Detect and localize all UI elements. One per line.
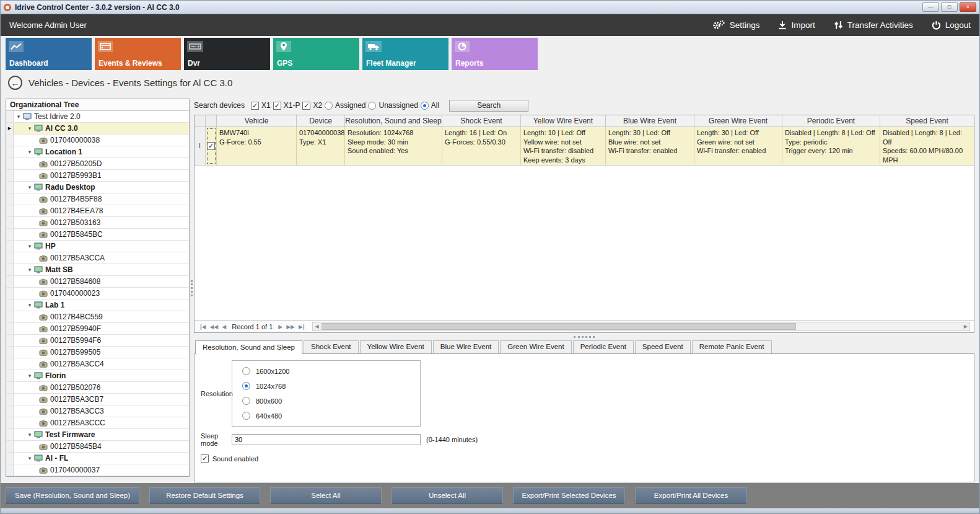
- tab-yellow-wire-event[interactable]: Yellow Wire Event: [360, 340, 432, 353]
- footer-button-save-resolution-sound-and-sleep[interactable]: Save (Resolution, Sound and Sleep): [6, 487, 139, 504]
- horizontal-splitter[interactable]: [194, 333, 974, 340]
- tab-green-wire-event[interactable]: Green Wire Event: [500, 340, 571, 353]
- footer-button-export-print-all-devices[interactable]: Export/Print All Devices: [635, 487, 747, 504]
- sound-enabled-checkbox[interactable]: ✓: [201, 454, 209, 463]
- tree-item-00127b5a3cb7[interactable]: 00127B5A3CB7: [6, 394, 189, 405]
- tree-item-radu-desktop[interactable]: ▾Radu Desktop: [6, 182, 189, 193]
- expander-icon[interactable]: ▾: [26, 267, 33, 273]
- resolution-option-1600x1200[interactable]: 1600x1200: [242, 367, 416, 375]
- tree-item-017040000037[interactable]: 017040000037: [6, 464, 189, 476]
- sleep-mode-input[interactable]: [232, 434, 421, 445]
- tree-item-00127b50205d[interactable]: 00127B50205D: [6, 158, 189, 170]
- device-type-filter-x1-p[interactable]: ✓X1-P: [273, 101, 300, 110]
- prev-page-button[interactable]: ◀◀: [208, 324, 220, 330]
- nav-tile-reports[interactable]: Reports: [452, 38, 538, 70]
- nav-tile-dvr[interactable]: Dvr: [184, 38, 270, 70]
- tab-speed-event[interactable]: Speed Event: [635, 340, 691, 353]
- scrollbar-track[interactable]: [321, 322, 962, 330]
- tree-item-00127b5a3cc4[interactable]: 00127B5A3CC4: [6, 358, 189, 370]
- scroll-left-icon[interactable]: ◀: [313, 324, 320, 329]
- nav-tile-events-reviews[interactable]: Events & Reviews: [95, 38, 181, 70]
- expander-icon[interactable]: ▾: [26, 432, 33, 438]
- tab-blue-wire-event[interactable]: Blue Wire Event: [433, 340, 499, 353]
- tree-item-matt-sb[interactable]: ▾Matt SB: [6, 264, 189, 276]
- device-type-filter-x1[interactable]: ✓X1: [251, 101, 271, 110]
- vertical-splitter[interactable]: [190, 94, 194, 483]
- tree-item-al-fl[interactable]: ▾Al - FL: [6, 453, 189, 464]
- resolution-option-1024x768[interactable]: 1024x768: [242, 382, 416, 390]
- tree-item-00127b4b5f88[interactable]: 00127B4B5F88: [6, 193, 189, 205]
- assignment-filter-all[interactable]: All: [421, 101, 439, 110]
- footer-button-select-all[interactable]: Select All: [270, 487, 382, 504]
- device-row[interactable]: I✓BMW740i G-Force: 0.55017040000038 Type…: [195, 127, 974, 166]
- nav-tile-fleet-manager[interactable]: Fleet Manager: [362, 38, 448, 70]
- expander-icon[interactable]: ▾: [26, 243, 33, 249]
- tree-item-location-1[interactable]: ▾Location 1: [6, 146, 189, 158]
- tree-item-al-cc-3-0[interactable]: ▶▾Al CC 3.0: [6, 123, 189, 135]
- column-header-device[interactable]: Device: [297, 115, 345, 126]
- footer-button-restore-default-settings[interactable]: Restore Default Settings: [149, 487, 260, 504]
- tree-item-hp[interactable]: ▾HP: [6, 241, 189, 252]
- radio-icon[interactable]: [242, 412, 250, 420]
- expander-icon[interactable]: ▾: [15, 113, 22, 120]
- tree-item-00127b584608[interactable]: 00127B584608: [6, 276, 189, 288]
- column-header-vehicle[interactable]: Vehicle: [217, 115, 297, 126]
- search-button[interactable]: Search: [449, 100, 528, 112]
- tree-item-00127b5a3ccc[interactable]: 00127B5A3CCC: [6, 417, 189, 429]
- footer-button-unselect-all[interactable]: Unselect All: [392, 487, 503, 504]
- assignment-filter-unassigned[interactable]: Unassigned: [368, 101, 418, 110]
- tree-item-00127b59940f[interactable]: 00127B59940F: [6, 323, 189, 335]
- tab-periodic-event[interactable]: Periodic Event: [573, 340, 634, 353]
- tree-item-00127b503163[interactable]: 00127B503163: [6, 217, 189, 229]
- topbar-transfer-activities-button[interactable]: Transfer Activities: [834, 20, 913, 30]
- resolution-option-640x480[interactable]: 640x480: [242, 412, 416, 420]
- tree-item-00127b599505[interactable]: 00127B599505: [6, 347, 189, 358]
- column-header-green-wire-event[interactable]: Green Wire Event: [694, 115, 782, 126]
- resolution-option-800x600[interactable]: 800x600: [242, 397, 416, 405]
- checkbox-icon[interactable]: ✓: [251, 102, 259, 110]
- nav-tile-dashboard[interactable]: Dashboard: [6, 38, 92, 70]
- next-record-button[interactable]: ▶: [276, 324, 284, 330]
- tree-item-00127b5993b1[interactable]: 00127B5993B1: [6, 170, 189, 182]
- tree-item-00127b5a3cc3[interactable]: 00127B5A3CC3: [6, 405, 189, 417]
- tree-item-00127b5845b4[interactable]: 00127B5845B4: [6, 441, 189, 453]
- checkbox-icon[interactable]: ✓: [302, 102, 310, 110]
- first-record-button[interactable]: |◀: [198, 324, 208, 330]
- grid-horizontal-scrollbar[interactable]: ◀▶: [312, 322, 970, 331]
- tree-item-017040000023[interactable]: 017040000023: [6, 288, 189, 299]
- tree-item-00127b5845bc[interactable]: 00127B5845BC: [6, 229, 189, 241]
- radio-icon[interactable]: [368, 102, 376, 110]
- radio-icon[interactable]: [421, 102, 429, 110]
- tree-item-00127b502076[interactable]: 00127B502076: [6, 382, 189, 394]
- close-button[interactable]: ×: [960, 2, 976, 12]
- radio-icon[interactable]: [242, 367, 250, 375]
- expander-icon[interactable]: ▾: [26, 125, 33, 131]
- tree-item-00127b4eea78[interactable]: 00127B4EEA78: [6, 205, 189, 217]
- column-header-yellow-wire-event[interactable]: Yellow Wire Event: [521, 115, 606, 126]
- tab-shock-event[interactable]: Shock Event: [304, 340, 359, 353]
- device-type-filter-x2[interactable]: ✓X2: [302, 101, 322, 110]
- tree-item-00127b5994f6[interactable]: 00127B5994F6: [6, 335, 189, 347]
- tab-resolution-sound-and-sleep[interactable]: Resolution, Sound and Sleep: [195, 340, 302, 354]
- tree-item-florin[interactable]: ▾Florin: [6, 370, 189, 382]
- row-checkbox-icon[interactable]: ✓: [207, 142, 215, 150]
- minimize-button[interactable]: —: [922, 2, 939, 12]
- column-header-shock-event[interactable]: Shock Event: [442, 115, 521, 126]
- tree-item-00127b4bc559[interactable]: 00127B4BC559: [6, 311, 189, 323]
- last-record-button[interactable]: ▶|: [297, 324, 306, 330]
- column-header-periodic-event[interactable]: Periodic Event: [782, 115, 880, 126]
- column-header-blue-wire-event[interactable]: Blue Wire Event: [606, 115, 694, 126]
- column-header-resolution-sound-and-sleep[interactable]: Resolution, Sound and Sleep: [345, 115, 442, 126]
- tab-remote-panic-event[interactable]: Remote Panic Event: [692, 340, 772, 353]
- topbar-import-button[interactable]: Import: [778, 20, 815, 30]
- expander-icon[interactable]: ▾: [26, 455, 33, 461]
- radio-icon[interactable]: [242, 397, 250, 405]
- tree-item-lab-1[interactable]: ▾Lab 1: [6, 299, 189, 311]
- expander-icon[interactable]: ▾: [26, 149, 33, 155]
- assignment-filter-assigned[interactable]: Assigned: [325, 101, 365, 110]
- next-page-button[interactable]: ▶▶: [284, 324, 297, 330]
- radio-icon[interactable]: [242, 382, 250, 390]
- scroll-right-icon[interactable]: ▶: [962, 324, 969, 329]
- tree-item-00127b5a3cca[interactable]: 00127B5A3CCA: [6, 252, 189, 264]
- topbar-settings-button[interactable]: Settings: [712, 20, 760, 30]
